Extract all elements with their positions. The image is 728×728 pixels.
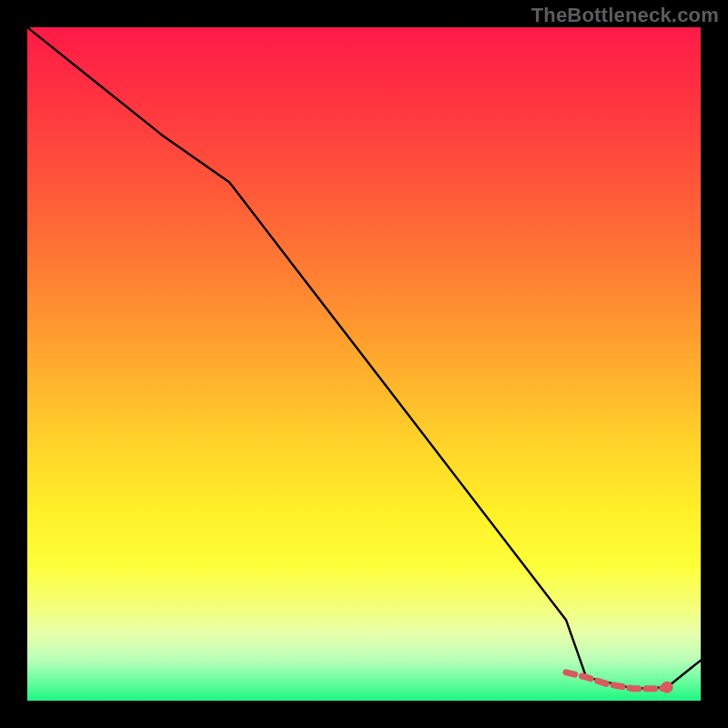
optimal-range-dash	[566, 672, 667, 689]
plot-area	[27, 27, 701, 701]
chart-container: TheBottleneck.com	[0, 0, 728, 728]
bottleneck-curve-line	[27, 27, 701, 689]
watermark-text: TheBottleneck.com	[531, 4, 719, 27]
chart-svg	[27, 27, 701, 701]
optimal-point-marker	[662, 682, 673, 693]
